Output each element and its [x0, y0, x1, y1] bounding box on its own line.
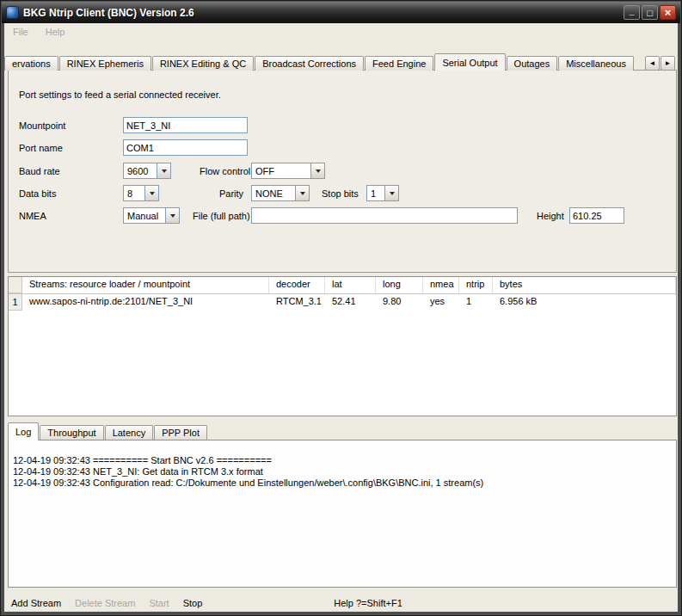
nmea-label: NMEA: [19, 211, 46, 221]
height-input[interactable]: [569, 207, 624, 224]
row-number: 1: [9, 294, 22, 311]
dropdown-arrow-icon: [157, 163, 170, 178]
dropdown-arrow-icon: [144, 186, 158, 200]
tab-broadcast-corrections[interactable]: Broadcast Corrections: [255, 56, 364, 71]
flow-control-value: OFF: [252, 166, 310, 176]
maximize-icon: □: [647, 8, 653, 18]
nmea-value: Manual: [124, 211, 165, 221]
data-bits-value: 8: [124, 188, 144, 199]
log-line: 12-04-19 09:32:43 NET_3_NI: Get data in …: [13, 466, 672, 477]
menu-help[interactable]: Help: [44, 25, 67, 39]
stop-bits-label: Stop bits: [322, 188, 359, 199]
maximize-button[interactable]: □: [642, 5, 658, 20]
mountpoint-label: Mountpoint: [19, 120, 65, 131]
tab-latency[interactable]: Latency: [105, 425, 154, 440]
header-ntrip[interactable]: ntrip: [459, 277, 493, 293]
header-lat[interactable]: lat: [325, 277, 376, 293]
menu-file[interactable]: File: [11, 25, 30, 39]
cell-mountpoint: www.sapos-ni-ntrip.de:2101/NET_3_NI: [22, 294, 269, 311]
tab-ppp-plot[interactable]: PPP Plot: [154, 425, 207, 440]
cell-lat: 52.41: [325, 294, 376, 311]
table-row[interactable]: 1 www.sapos-ni-ntrip.de:2101/NET_3_NI RT…: [9, 294, 676, 311]
parity-select[interactable]: NONE: [251, 185, 310, 201]
tab-scroll-right-icon[interactable]: ►: [660, 56, 675, 71]
header-mountpoint[interactable]: Streams: resource loader / mountpoint: [22, 277, 269, 293]
parity-label: Parity: [219, 188, 243, 199]
window-title: BKG Ntrip Client (BNC) Version 2.6: [23, 7, 622, 19]
menu-bar: File Help: [4, 23, 678, 40]
data-bits-select[interactable]: 8: [123, 185, 159, 201]
close-button[interactable]: ×: [660, 5, 676, 20]
parity-value: NONE: [252, 188, 295, 199]
add-stream-button[interactable]: Add Stream: [8, 596, 65, 610]
action-bar: Add Stream Delete Stream Start Stop Help…: [8, 594, 674, 612]
header-decoder[interactable]: decoder: [269, 277, 325, 293]
panel-description: Port settings to feed a serial connected…: [19, 89, 221, 100]
tab-feed-engine[interactable]: Feed Engine: [365, 56, 433, 71]
client-area: File Help ervations RINEX Ephemeris RINE…: [4, 23, 678, 612]
header-bytes[interactable]: bytes: [493, 277, 676, 293]
tab-observations[interactable]: ervations: [4, 56, 58, 71]
baud-rate-value: 9600: [124, 166, 157, 176]
delete-stream-button: Delete Stream: [71, 596, 138, 610]
cell-ntrip: 1: [459, 294, 493, 311]
table-corner: [9, 277, 22, 293]
height-label: Height: [537, 211, 564, 221]
file-path-input[interactable]: [251, 207, 518, 224]
tab-outages[interactable]: Outages: [507, 56, 558, 71]
main-tab-bar: ervations RINEX Ephemeris RINEX Editing …: [4, 52, 646, 71]
log-line: 12-04-19 09:32:43 ========== Start BNC v…: [13, 455, 672, 466]
cell-nmea: yes: [423, 294, 459, 311]
mountpoint-input[interactable]: [123, 117, 248, 133]
minimize-button[interactable]: _: [624, 5, 640, 20]
tab-scroll-left-icon[interactable]: ◄: [645, 56, 660, 71]
streams-header-row: Streams: resource loader / mountpoint de…: [9, 277, 676, 294]
help-button[interactable]: Help ?=Shift+F1: [330, 596, 406, 610]
tab-log[interactable]: Log: [8, 422, 39, 440]
cell-long: 9.80: [376, 294, 423, 311]
data-bits-label: Data bits: [19, 188, 56, 199]
bottom-tab-bar: Log Throughput Latency PPP Plot: [8, 422, 208, 440]
cell-decoder: RTCM_3.1: [269, 294, 325, 311]
header-long[interactable]: long: [376, 277, 423, 293]
baud-rate-select[interactable]: 9600: [123, 163, 171, 179]
cell-bytes: 6.956 kB: [493, 294, 676, 311]
dropdown-arrow-icon: [384, 186, 398, 200]
tab-serial-output[interactable]: Serial Output: [434, 53, 505, 71]
file-path-label: File (full path): [193, 211, 250, 221]
dropdown-arrow-icon: [310, 163, 324, 178]
tab-miscellaneous[interactable]: Miscellaneous: [558, 56, 634, 71]
flow-control-select[interactable]: OFF: [251, 163, 325, 179]
stop-bits-select[interactable]: 1: [366, 185, 399, 201]
titlebar: BKG Ntrip Client (BNC) Version 2.6 _ □ ×: [2, 2, 680, 23]
header-nmea[interactable]: nmea: [423, 277, 459, 293]
port-name-input[interactable]: [123, 139, 248, 156]
stop-button[interactable]: Stop: [180, 596, 206, 610]
flow-control-label: Flow control: [200, 166, 250, 176]
log-output[interactable]: 12-04-19 09:32:43 ========== Start BNC v…: [8, 440, 677, 588]
nmea-select[interactable]: Manual: [123, 207, 180, 224]
tab-rinex-editing-qc[interactable]: RINEX Editing & QC: [152, 56, 254, 71]
stop-bits-value: 1: [367, 188, 384, 199]
port-name-label: Port name: [19, 143, 63, 153]
app-window: BKG Ntrip Client (BNC) Version 2.6 _ □ ×…: [0, 0, 682, 616]
dropdown-arrow-icon: [165, 208, 179, 223]
start-button: Start: [145, 596, 172, 610]
baud-rate-label: Baud rate: [19, 166, 60, 176]
log-line: 12-04-19 09:32:43 Configuration read: C:…: [13, 477, 672, 489]
streams-table: Streams: resource loader / mountpoint de…: [8, 276, 677, 416]
serial-output-panel: Port settings to feed a serial connected…: [8, 70, 677, 273]
dropdown-arrow-icon: [295, 186, 309, 200]
close-icon: ×: [665, 6, 672, 19]
app-icon: [6, 6, 19, 19]
tab-scrollers: ◄ ►: [644, 56, 675, 71]
minimize-icon: _: [629, 5, 634, 15]
tab-rinex-ephemeris[interactable]: RINEX Ephemeris: [59, 56, 151, 71]
tab-throughput[interactable]: Throughput: [40, 425, 103, 440]
